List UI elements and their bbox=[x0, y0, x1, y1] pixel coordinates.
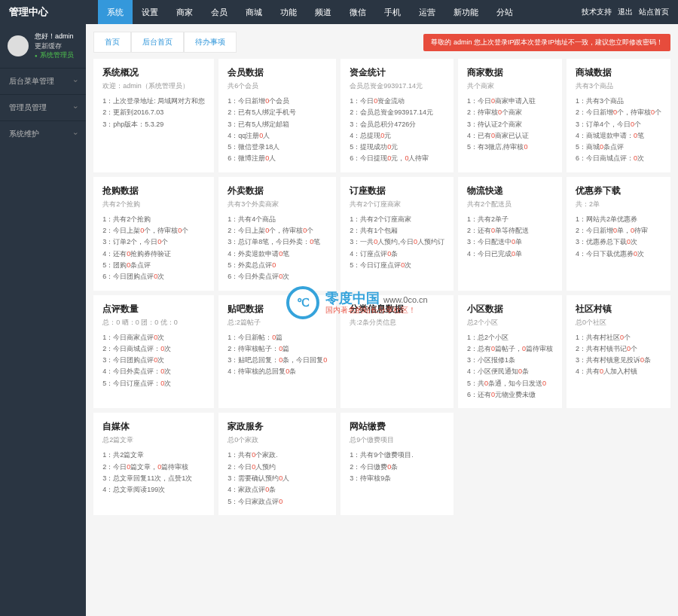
topnav-item[interactable]: 新功能 bbox=[444, 0, 487, 24]
topnav-item[interactable]: 运营 bbox=[410, 0, 444, 24]
card-list: 1：共有0个家政.2：今日0人预约3：需要确认预约0人4：家政点评0条5：今日家… bbox=[228, 450, 327, 507]
card-item: 4：订座点评0条 bbox=[350, 249, 444, 260]
card-list: 1：上次登录地址: 局域网对方和您2：更新到2016.7.033：php版本：5… bbox=[102, 96, 205, 130]
card-item: 6：今日提现0元，0人待审 bbox=[350, 153, 444, 164]
topnav-item[interactable]: 微信 bbox=[341, 0, 375, 24]
user-role: 系统管理员 bbox=[35, 50, 74, 60]
card-item: 1：共有4个商品 bbox=[228, 214, 327, 225]
topnav-item[interactable]: 商城 bbox=[237, 0, 271, 24]
card-subtitle: 总2篇文章 bbox=[102, 435, 205, 445]
card-item: 1：今日0商家申请入驻 bbox=[467, 96, 553, 107]
card-subtitle: 总2个小区 bbox=[467, 318, 553, 328]
topbar: 管理中心 系统设置商家会员商城功能频道微信手机运营新功能分站 技术支持退出站点首… bbox=[0, 0, 678, 24]
card-item: 2：今日新增0单，0待审 bbox=[576, 225, 661, 236]
card-title: 自媒体 bbox=[102, 420, 205, 433]
card-subtitle: 总:2篇帖子 bbox=[228, 318, 327, 328]
card-item: 4：商城退款申请：0笔 bbox=[576, 130, 661, 142]
toplink[interactable]: 站点首页 bbox=[639, 8, 669, 16]
card: 资金统计会员总资金993917.14元1：今日0资金流动2：会员总资金99391… bbox=[341, 59, 454, 172]
cache-link[interactable]: 更新缓存 bbox=[35, 41, 74, 51]
card-item: 5：今日家政点评0 bbox=[228, 496, 327, 508]
card: 系统概况欢迎：admin（系统管理员）1：上次登录地址: 局域网对方和您2：更新… bbox=[93, 59, 214, 172]
card-item: 4：家政点评0条 bbox=[228, 484, 327, 496]
card-item: 4：总文章阅读199次 bbox=[102, 484, 205, 496]
card-title: 网站缴费 bbox=[350, 420, 444, 433]
card-item: 3：总订单8笔，今日外卖：0笔 bbox=[228, 236, 327, 248]
card-title: 订座数据 bbox=[350, 184, 444, 197]
topnav-item[interactable]: 设置 bbox=[133, 0, 167, 24]
card-subtitle: 共个商家 bbox=[467, 81, 553, 91]
card-item: 5：今日订座点评0次 bbox=[350, 260, 444, 271]
card-item: 2：待审核帖子：0篇 bbox=[228, 343, 327, 355]
card-title: 优惠券下载 bbox=[576, 184, 661, 197]
main: 首页后台首页待办事项 尊敬的 admin 您上次登录IP跟本次登录IP地址不一致… bbox=[86, 24, 678, 616]
card-item: 5：提现成功0元 bbox=[350, 142, 444, 153]
card-item: 2：今日0篇文章，0篇待审核 bbox=[102, 462, 205, 473]
card-item: 5：商城0条点评 bbox=[576, 142, 661, 153]
card: 抢购数据共有2个抢购1：共有2个抢购2：今日上架0个，待审核0个3：订单2个，今… bbox=[93, 177, 214, 291]
card-title: 物流快递 bbox=[467, 184, 553, 197]
card: 网站缴费总9个缴费项目1：共有9个缴费项目.2：今日缴费0条3：待审核9条 bbox=[341, 413, 454, 514]
card-item: 3：总文章回复11次，点赞1次 bbox=[102, 473, 205, 484]
topnav-item[interactable]: 频道 bbox=[306, 0, 341, 24]
card-subtitle: 共有2个配送员 bbox=[467, 200, 553, 209]
card: 贴吧数据总:2篇帖子1：今日新帖：0篇2：待审核帖子：0篇3：贴吧总回复：0条，… bbox=[218, 295, 336, 409]
card-subtitle: 欢迎：admin（系统管理员） bbox=[102, 81, 205, 91]
topnav-item[interactable]: 商家 bbox=[167, 0, 202, 24]
breadcrumb: 首页后台首页待办事项 尊敬的 admin 您上次登录IP跟本次登录IP地址不一致… bbox=[93, 32, 670, 53]
card-title: 社区村镇 bbox=[576, 303, 661, 316]
card-item: 1：共有2单子 bbox=[467, 214, 553, 225]
breadcrumb-item[interactable]: 待办事项 bbox=[184, 32, 237, 53]
card-item: 3：今日配送中0单 bbox=[467, 236, 553, 248]
sidebar-item[interactable]: 管理员管理 bbox=[0, 94, 86, 120]
card-item: 2：今日缴费0条 bbox=[350, 462, 444, 473]
sidebar-item[interactable]: 系统维护 bbox=[0, 120, 86, 147]
card-item: 4：今日外卖点评：0次 bbox=[102, 366, 205, 377]
card: 订座数据共有2个订座商家1：共有2个订座商家2：共有1个包厢3：一共0人预约,今… bbox=[341, 177, 454, 291]
card-item: 3：php版本：5.3.29 bbox=[102, 119, 205, 130]
card-list: 1：共有4个商品2：今日上架0个，待审核0个3：总订单8笔，今日外卖：0笔4：外… bbox=[228, 214, 327, 283]
topnav-item[interactable]: 功能 bbox=[271, 0, 306, 24]
card-item: 4：待审核的总回复0条 bbox=[228, 366, 327, 377]
card-item: 3：一共0人预约,今日0人预约订 bbox=[350, 236, 444, 248]
avatar bbox=[8, 35, 29, 56]
card-item: 2：今日商城点评：0次 bbox=[102, 343, 205, 355]
user-greeting: 您好！admin bbox=[35, 32, 74, 41]
card-title: 分类信息数据 bbox=[350, 303, 444, 316]
card-subtitle: 共有3个外卖商家 bbox=[228, 200, 327, 209]
topnav-item[interactable]: 系统 bbox=[98, 0, 133, 24]
breadcrumb-item[interactable]: 后台首页 bbox=[131, 32, 184, 53]
sidebar-item[interactable]: 后台菜单管理 bbox=[0, 68, 86, 94]
card-item: 1：共有0个家政. bbox=[228, 450, 327, 461]
card-item: 3：订单2个，今日0个 bbox=[102, 236, 205, 248]
topnav-item[interactable]: 会员 bbox=[202, 0, 237, 24]
topnav-item[interactable]: 分站 bbox=[487, 0, 522, 24]
card-title: 会员数据 bbox=[228, 66, 327, 79]
card: 社区村镇总0个社区1：共有村社区0个2：共有村镇书记0个3：共有村镇意见投诉0条… bbox=[567, 295, 670, 409]
topnav-item[interactable]: 手机 bbox=[375, 0, 410, 24]
card-item: 5：今日订座点评：0次 bbox=[102, 378, 205, 389]
logo: 管理中心 bbox=[0, 5, 98, 19]
card-list: 1：总2个小区2：总有0篇帖子，0篇待审核3：小区报修1条4：小区便民通知0条5… bbox=[467, 332, 553, 401]
card-item: 1：共有村社区0个 bbox=[576, 332, 661, 343]
card-item: 1：共有9个缴费项目. bbox=[350, 450, 444, 461]
card-item: 5：团购0条点评 bbox=[102, 260, 205, 271]
card-item: 5：外卖总点评0 bbox=[228, 260, 327, 271]
card-title: 抢购数据 bbox=[102, 184, 205, 197]
card-item: 4：共有0人加入村镇 bbox=[576, 366, 661, 377]
card: 商家数据共个商家1：今日0商家申请入驻2：待审核0个商家3：待认证2个商家4：已… bbox=[458, 59, 562, 172]
toplink[interactable]: 技术支持 bbox=[582, 8, 612, 16]
toplink[interactable]: 退出 bbox=[618, 8, 633, 16]
card-list: 1：今日商家点评0次2：今日商城点评：0次3：今日团购点评0次4：今日外卖点评：… bbox=[102, 332, 205, 389]
card-list: 1：共有2个抢购2：今日上架0个，待审核0个3：订单2个，今日0个4：还有0抢购… bbox=[102, 214, 205, 283]
card-item: 3：会员总积分4726分 bbox=[350, 119, 444, 130]
card-item: 2：已有5人绑定手机号 bbox=[228, 107, 327, 118]
card-list: 1：共有9个缴费项目.2：今日缴费0条3：待审核9条 bbox=[350, 450, 444, 484]
card: 小区数据总2个小区1：总2个小区2：总有0篇帖子，0篇待审核3：小区报修1条4：… bbox=[458, 295, 562, 409]
breadcrumb-item[interactable]: 首页 bbox=[93, 32, 131, 53]
card: 物流快递共有2个配送员1：共有2单子2：还有0单等待配送3：今日配送中0单4：今… bbox=[458, 177, 562, 291]
card-subtitle: 总0个社区 bbox=[576, 318, 661, 328]
card-item: 2：会员总资金993917.14元 bbox=[350, 107, 444, 118]
card-item: 4：小区便民通知0条 bbox=[467, 366, 553, 377]
card-item: 2：待审核0个商家 bbox=[467, 107, 553, 118]
